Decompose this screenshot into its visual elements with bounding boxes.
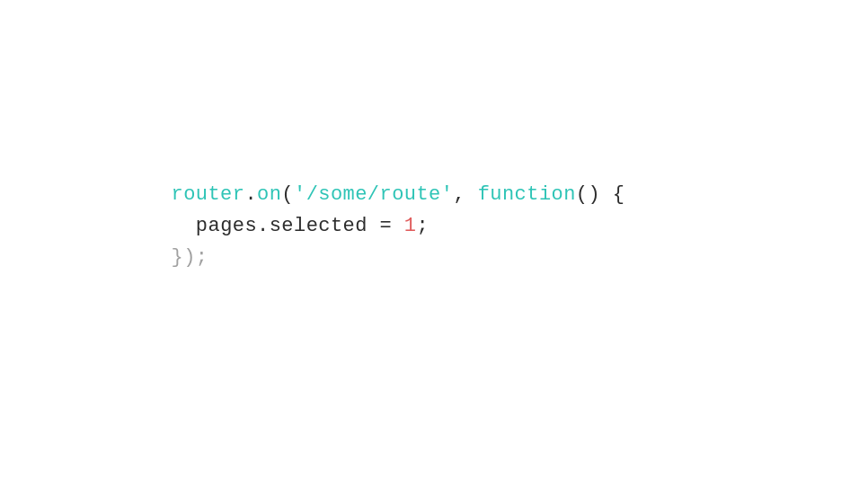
space-eq-2: [392, 210, 404, 242]
close-bracket: });: [172, 242, 208, 273]
brace-open: {: [613, 179, 625, 210]
indent-spaces: [172, 210, 196, 242]
paren-open: (: [281, 179, 294, 210]
space-2: [600, 179, 613, 210]
paren-args: (): [576, 179, 600, 210]
keyword-function: function: [478, 179, 576, 210]
string-route: '/some/route': [294, 179, 453, 210]
code-line-2: pages.selected = 1;: [172, 210, 625, 242]
prop-selected: selected: [270, 210, 368, 242]
number-value: 1: [404, 210, 417, 242]
code-block: router.on('/some/route', function() { pa…: [172, 179, 625, 274]
space-1: [465, 179, 478, 210]
method-on: on: [257, 179, 281, 210]
dot-2: .: [257, 210, 270, 242]
dot-1: .: [244, 179, 257, 210]
keyword-router: router: [172, 179, 245, 210]
comma: ,: [453, 179, 465, 210]
code-line-1: router.on('/some/route', function() {: [172, 179, 625, 210]
space-eq-1: [368, 210, 380, 242]
var-pages: pages: [196, 210, 257, 242]
equals-sign: =: [380, 210, 393, 242]
semicolon: ;: [416, 210, 429, 242]
code-line-3: });: [172, 242, 625, 273]
